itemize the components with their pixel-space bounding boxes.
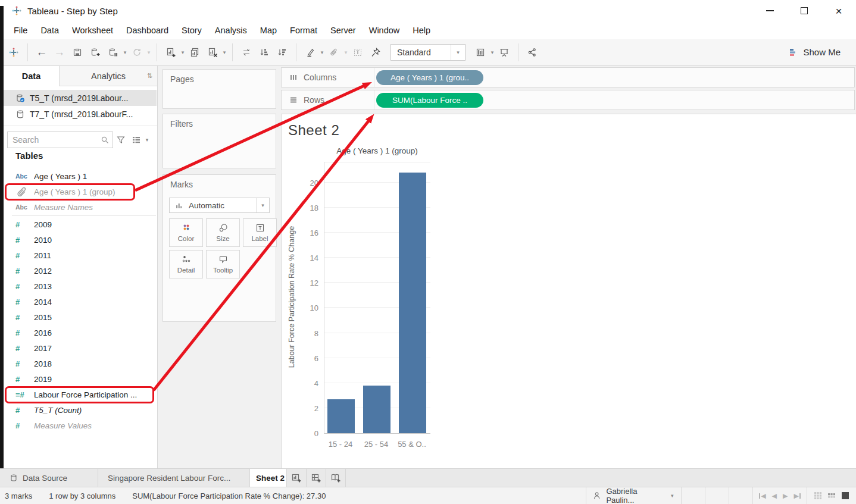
menu-window[interactable]: Window: [363, 26, 407, 35]
view-options-button[interactable]: [129, 132, 144, 148]
y-tick-label: 2: [292, 404, 318, 413]
show-cards-button[interactable]: [471, 43, 489, 61]
field-item[interactable]: #2009: [5, 217, 156, 232]
user-menu[interactable]: Gabriella Paulin... ▾: [586, 487, 681, 504]
tooltip-button[interactable]: Tooltip: [206, 250, 240, 278]
close-button[interactable]: ×: [821, 0, 856, 21]
undo-button[interactable]: ←: [33, 43, 51, 61]
pane-collapse-icon[interactable]: ⇅: [147, 72, 152, 80]
field-item[interactable]: AbcMeasure Names: [5, 199, 156, 215]
minimize-button[interactable]: [752, 0, 787, 21]
last-page-button[interactable]: ▶: [794, 492, 801, 500]
menu-dashboard[interactable]: Dashboard: [120, 26, 175, 35]
clear-sheet-caret[interactable]: ▾: [221, 49, 227, 55]
swap-rows-columns-button[interactable]: [238, 43, 255, 61]
sort-descending-button[interactable]: [273, 43, 291, 61]
menu-data[interactable]: Data: [34, 26, 65, 35]
show-tabs-icon[interactable]: [813, 491, 823, 500]
share-button[interactable]: [523, 43, 541, 61]
menu-story[interactable]: Story: [175, 26, 208, 35]
sheet-title[interactable]: Sheet 2: [288, 122, 339, 139]
new-datasource-button[interactable]: [86, 43, 104, 61]
refresh-button[interactable]: [128, 43, 146, 61]
field-item[interactable]: #T5_T (Count): [5, 402, 156, 418]
field-item[interactable]: #2010: [5, 232, 156, 248]
show-me-button[interactable]: Show Me: [789, 47, 851, 57]
datasource-item[interactable]: T7_T (mrsd_2019LabourF...: [4, 106, 157, 122]
field-item[interactable]: #2011: [5, 248, 156, 263]
menu-file[interactable]: File: [7, 26, 34, 35]
presentation-mode-button[interactable]: [495, 43, 513, 61]
clear-sheet-button[interactable]: [204, 43, 221, 61]
sort-ascending-button[interactable]: [255, 43, 273, 61]
group-button[interactable]: [325, 43, 343, 61]
sheet-tab-singapore-resident-labour-forc-[interactable]: Singapore Resident Labour Forc...: [98, 469, 250, 487]
fix-axes-button[interactable]: [367, 43, 385, 61]
color-button[interactable]: Color: [169, 218, 203, 247]
highlight-caret[interactable]: ▾: [319, 49, 325, 55]
field-item[interactable]: #2017: [5, 340, 156, 356]
menu-help[interactable]: Help: [406, 26, 437, 35]
new-dashboard-tab-button[interactable]: [307, 469, 326, 487]
prev-page-button[interactable]: ◀: [772, 492, 777, 500]
field-item[interactable]: AbcAge ( Years ) 1: [5, 168, 156, 184]
new-story-tab-button[interactable]: [326, 469, 346, 487]
fit-selector[interactable]: Standard ▾: [390, 44, 466, 61]
show-sheet-icon[interactable]: [841, 491, 850, 500]
first-page-button[interactable]: ◀: [759, 492, 766, 500]
rows-shelf[interactable]: Rows SUM(Labour Force ..: [281, 90, 855, 110]
columns-shelf[interactable]: Columns Age ( Years ) 1 (grou..: [281, 67, 855, 87]
label-button[interactable]: Label: [243, 218, 277, 247]
sheet-tab-sheet-2[interactable]: Sheet 2: [250, 469, 287, 487]
next-page-button[interactable]: ▶: [783, 492, 788, 500]
tableau-home-button[interactable]: [5, 43, 23, 61]
search-input[interactable]: [7, 132, 113, 148]
duplicate-button[interactable]: [186, 43, 204, 61]
menu-map[interactable]: Map: [254, 26, 283, 35]
size-button[interactable]: Size: [206, 218, 240, 247]
maximize-button[interactable]: [787, 0, 821, 21]
filter-fields-button[interactable]: [113, 132, 129, 148]
redo-button[interactable]: →: [51, 43, 68, 61]
field-item[interactable]: =#Labour Force Participation ...: [5, 386, 154, 403]
detail-button[interactable]: Detail: [169, 250, 203, 278]
view-options-caret[interactable]: ▾: [144, 137, 150, 143]
fit-caret[interactable]: ▾: [451, 45, 465, 60]
bar-mark-55-o-[interactable]: [399, 173, 426, 433]
field-item[interactable]: #2019: [5, 371, 156, 387]
sheet-view: Sheet 2 Age ( Years ) 1 (group) Labour F…: [281, 114, 856, 468]
save-button[interactable]: [68, 43, 86, 61]
sheet-tab-data-source[interactable]: Data Source: [0, 469, 98, 487]
field-item[interactable]: #2014: [5, 294, 156, 309]
field-item[interactable]: #2016: [5, 325, 156, 340]
highlight-button[interactable]: [301, 43, 319, 61]
show-mark-labels-button[interactable]: [349, 43, 367, 61]
filters-shelf[interactable]: Filters: [163, 114, 276, 168]
pause-updates-caret[interactable]: ▾: [122, 49, 128, 55]
new-worksheet-tab-button[interactable]: [287, 469, 307, 487]
field-item[interactable]: #2012: [5, 263, 156, 278]
datasource-item[interactable]: T5_T (mrsd_2019Labour...: [4, 90, 157, 106]
menu-format[interactable]: Format: [283, 26, 324, 35]
tab-analytics[interactable]: Analytics⇅: [60, 66, 157, 86]
menu-worksheet[interactable]: Worksheet: [65, 26, 120, 35]
menu-analysis[interactable]: Analysis: [208, 26, 254, 35]
new-worksheet-button[interactable]: [162, 43, 180, 61]
tab-data[interactable]: Data: [4, 66, 60, 86]
pause-updates-button[interactable]: [104, 43, 122, 61]
mark-type-dropdown[interactable]: Automatic ▾: [169, 198, 270, 213]
field-item[interactable]: #Measure Values: [5, 418, 156, 433]
columns-pill[interactable]: Age ( Years ) 1 (grou..: [376, 70, 483, 85]
rows-pill[interactable]: SUM(Labour Force ..: [376, 93, 483, 108]
new-worksheet-caret[interactable]: ▾: [180, 49, 186, 55]
show-cards-caret[interactable]: ▾: [489, 49, 495, 55]
show-filmstrip-icon[interactable]: [827, 491, 836, 500]
pages-shelf[interactable]: Pages: [163, 69, 276, 109]
field-item[interactable]: #2013: [5, 278, 156, 294]
field-item[interactable]: Age ( Years ) 1 (group): [5, 183, 135, 201]
bar-mark-25-54[interactable]: [363, 386, 390, 433]
bar-mark-15-24[interactable]: [327, 399, 355, 433]
menu-server[interactable]: Server: [324, 26, 363, 35]
field-item[interactable]: #2018: [5, 356, 156, 371]
field-item[interactable]: #2015: [5, 309, 156, 325]
